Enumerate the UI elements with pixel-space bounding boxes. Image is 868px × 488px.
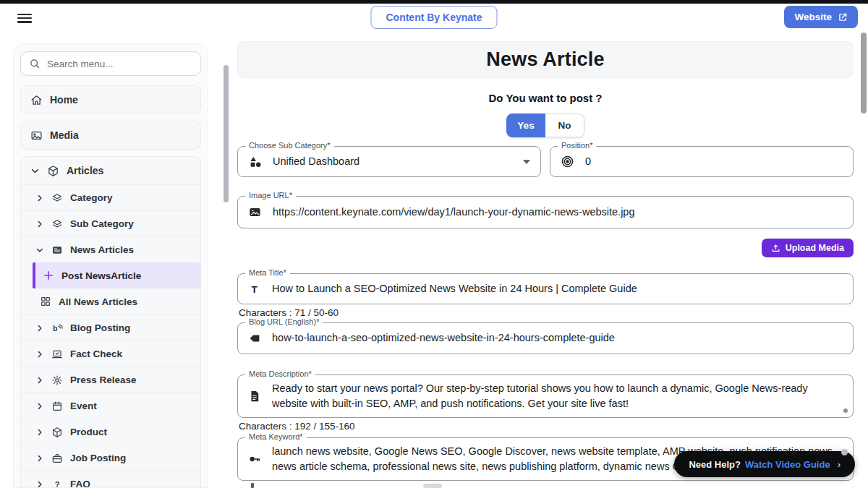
blog-icon: b	[51, 322, 63, 334]
grid-icon	[40, 296, 51, 307]
brand-button[interactable]: Content By Keynate	[370, 6, 497, 29]
sidebar-item-label: Articles	[67, 165, 103, 176]
sidebar-item-label: Category	[70, 192, 113, 203]
sidebar-item-label: Sub Category	[70, 218, 134, 229]
sidebar-search[interactable]	[20, 51, 201, 76]
website-button[interactable]: Website	[784, 6, 858, 28]
sidebar-item-label: Press Release	[70, 374, 137, 385]
watch-video-guide-link[interactable]: Watch Video Guide	[745, 459, 830, 470]
search-icon	[29, 58, 41, 69]
newspaper-icon	[51, 244, 63, 256]
sidebar-item-all-news-articles[interactable]: All News Articles	[33, 288, 200, 314]
chevron-down-icon	[35, 246, 44, 254]
sidebar-item-label: Event	[70, 401, 97, 411]
post-question: Do You want to post ?	[237, 92, 854, 104]
text-title-icon: T	[248, 283, 261, 296]
meta-description-counter: Characters : 192 / 155-160	[239, 421, 854, 432]
briefcase-icon	[51, 453, 63, 464]
field-label: Blog URL (English)*	[245, 317, 323, 326]
main-content: News Article Do You want to post ? Yes N…	[237, 41, 854, 481]
field-label: Meta Title*	[245, 268, 290, 277]
cutoff-element	[423, 484, 442, 488]
shapes-icon	[248, 155, 262, 168]
field-label: Meta Keyword*	[245, 432, 307, 441]
sidebar-item-label: Blog Posting	[70, 322, 130, 333]
upload-label: Upload Media	[786, 243, 844, 253]
chevron-right-icon	[35, 324, 44, 333]
sidebar-item-sub-category[interactable]: Sub Category	[21, 210, 200, 236]
yes-button[interactable]: Yes	[506, 114, 545, 137]
meta-description-field[interactable]: Meta Description* Ready to start your ne…	[237, 374, 854, 418]
page-title-panel: News Article	[237, 41, 854, 78]
chevron-right-icon	[35, 350, 44, 359]
upload-media-button[interactable]: Upload Media	[762, 239, 854, 257]
no-button[interactable]: No	[545, 114, 584, 137]
help-pill[interactable]: Need Help? Watch Video Guide ›	[674, 451, 855, 477]
cube-icon	[51, 427, 63, 438]
chevron-right-icon	[35, 428, 44, 437]
sidebar-item-articles[interactable]: Articles	[21, 157, 200, 184]
meta-title-field[interactable]: Meta Title* T How to Launch a SEO-Optimi…	[237, 273, 854, 304]
dropdown-caret-icon[interactable]	[523, 160, 530, 164]
chevron-down-icon	[30, 166, 40, 176]
sidebar-item-event[interactable]: Event	[21, 393, 200, 419]
chevron-right-icon	[35, 402, 44, 411]
sidebar-item-home[interactable]: Home	[20, 85, 201, 114]
sidebar-group-articles: Articles Category Sub Category	[20, 156, 201, 488]
sidebar-item-label: Post NewsArticle	[61, 270, 141, 281]
field-value: How to Launch a SEO-Optimized News Websi…	[272, 281, 637, 296]
field-value: Ready to start your news portal? Our ste…	[272, 381, 843, 411]
help-prefix: Need Help?	[689, 459, 741, 470]
page-scrollbar[interactable]	[861, 33, 867, 114]
resize-handle[interactable]	[843, 408, 848, 413]
svg-text:?: ?	[55, 480, 60, 488]
sidebar-item-category[interactable]: Category	[21, 184, 200, 210]
upload-icon	[771, 244, 780, 253]
position-field[interactable]: Position* 0	[550, 146, 854, 177]
sidebar-item-label: All News Articles	[59, 296, 137, 307]
sidebar-item-label: Media	[50, 129, 79, 141]
chevron-right-icon: ›	[838, 459, 841, 470]
website-label: Website	[794, 12, 832, 22]
chevron-right-icon	[35, 376, 44, 385]
app-header: Content By Keynate Website	[0, 4, 868, 35]
sidebar-item-label: Fact Check	[70, 348, 122, 359]
sidebar-item-label: Home	[50, 94, 78, 106]
sidebar-item-post-newsarticle[interactable]: Post NewsArticle	[33, 262, 200, 288]
field-value: Unified Dashboard	[273, 154, 359, 169]
search-input[interactable]	[47, 59, 192, 69]
image-icon	[248, 205, 262, 219]
sidebar-item-blog-posting[interactable]: b Blog Posting	[21, 314, 200, 341]
sidebar-item-fact-check[interactable]: Fact Check	[21, 341, 200, 367]
chevron-right-icon	[35, 480, 44, 488]
sidebar-item-news-articles[interactable]: News Articles	[21, 236, 200, 262]
sidebar-item-media[interactable]: Media	[20, 121, 201, 150]
home-icon	[30, 94, 43, 106]
blog-url-field[interactable]: Blog URL (English)* how-to-launch-a-seo-…	[237, 322, 854, 354]
sidebar-item-press-release[interactable]: Press Release	[21, 367, 200, 393]
image-url-field[interactable]: Image URL* https://content.keynate.com/v…	[237, 196, 854, 228]
sidebar-item-label: News Articles	[70, 244, 134, 255]
chevron-right-icon	[35, 454, 44, 463]
sidebar-item-job-posting[interactable]: Job Posting	[21, 445, 200, 471]
sidebar-item-faq[interactable]: ? FAQ	[21, 471, 200, 488]
plus-icon	[43, 270, 54, 281]
field-label: Position*	[558, 141, 596, 150]
meta-title-counter: Characters : 71 / 50-60	[239, 307, 854, 318]
brand-label: Content By Keynate	[386, 12, 482, 23]
svg-text:T: T	[252, 283, 258, 294]
fact-check-icon	[51, 348, 63, 360]
media-image-icon	[30, 129, 43, 142]
field-value: https://content.keynate.com/view/day1/la…	[273, 205, 635, 220]
sidebar-item-label: Product	[70, 427, 107, 437]
key-icon	[248, 453, 261, 466]
sidebar-item-product[interactable]: Product	[21, 419, 200, 445]
menu-hamburger-icon[interactable]	[17, 12, 32, 23]
field-label: Image URL*	[245, 191, 296, 200]
sidebar-scrollbar[interactable]	[224, 65, 229, 202]
question-mark-icon: ?	[51, 479, 63, 488]
cutoff-element	[251, 483, 254, 488]
layers-icon	[51, 192, 63, 204]
layers-icon	[51, 218, 63, 230]
sub-category-select[interactable]: Choose Sub Category* Unified Dashboard	[237, 146, 541, 177]
